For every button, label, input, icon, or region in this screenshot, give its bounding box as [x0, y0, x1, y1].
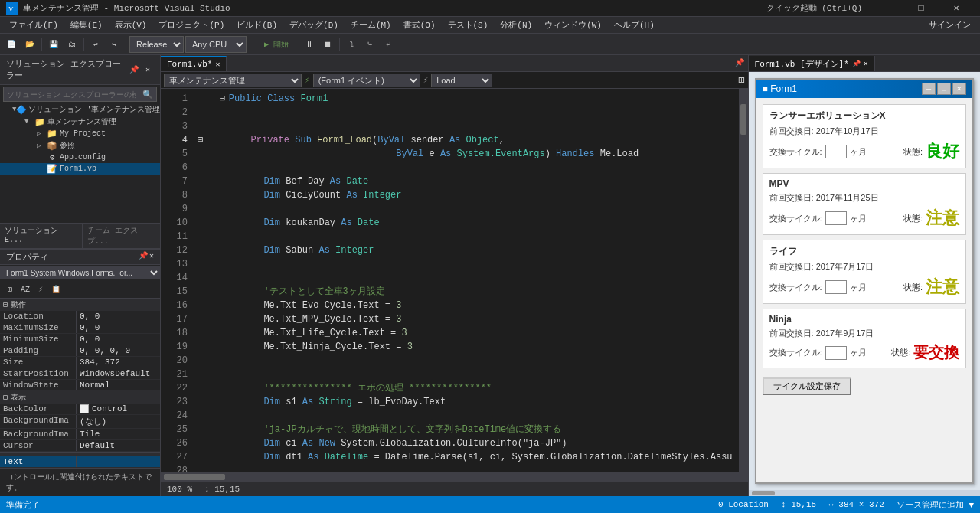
props-row-text-selected[interactable]: Text: [0, 456, 160, 468]
menu-analyze[interactable]: 分析(N): [494, 18, 538, 32]
close-button[interactable]: ✕: [939, 0, 974, 17]
pin-btn[interactable]: 📌: [128, 64, 140, 76]
props-row-minsize[interactable]: MinimumSize 0, 0: [0, 334, 160, 345]
nav-sep: ⚡: [305, 75, 310, 85]
scrollbar-thumb[interactable]: [740, 104, 746, 135]
sep2: [83, 38, 84, 51]
props-row-padding[interactable]: Padding 0, 0, 0, 0: [0, 345, 160, 357]
signin-button[interactable]: サインイン: [923, 18, 977, 32]
code-line-12: Dim Sabun As Integer: [198, 243, 733, 257]
location-status: 0 Location: [718, 500, 769, 509]
props-row-bgimage[interactable]: BackgroundIma (なし): [0, 415, 160, 429]
props-row-backcolor[interactable]: BackColor Control: [0, 404, 160, 415]
menu-test[interactable]: テスト(S): [442, 18, 495, 32]
cpu-dropdown[interactable]: Any CPU x86 x64: [185, 36, 247, 53]
open-btn[interactable]: 📂: [21, 36, 38, 53]
collapse-all-btn[interactable]: ⊞: [738, 74, 744, 87]
designer-tab-form1[interactable]: Form1.vb [デザイン]* 📌 ✕: [749, 56, 875, 71]
menu-team[interactable]: チーム(M): [345, 18, 397, 32]
h-scrollbar-thumb[interactable]: [164, 474, 225, 480]
menu-window[interactable]: ウィンドウ(W): [538, 18, 608, 32]
menu-help[interactable]: ヘルプ(H): [608, 18, 661, 32]
props-alphabetical-btn[interactable]: AZ: [18, 283, 32, 296]
sep3: [126, 38, 126, 51]
solution-search-input[interactable]: [4, 90, 139, 99]
editor-tab-form1vb[interactable]: Form1.vb* ✕: [161, 56, 227, 71]
props-row-maxsize[interactable]: MaximumSize 0, 0: [0, 322, 160, 334]
code-line-23: Dim s1 As String = lb_EvoDay.Text: [198, 395, 733, 409]
solution-node[interactable]: ▼ 🔷 ソリューション '車メンテナンス管理'(: [0, 103, 160, 116]
start-btn[interactable]: ▶ 開始: [253, 36, 299, 53]
references-node[interactable]: ▷ 📦 参照: [0, 139, 160, 152]
pin-props-btn[interactable]: 📌: [139, 251, 148, 263]
expand-icon: ⊟: [3, 300, 8, 309]
event-dropdown[interactable]: (Form1 イベント): [313, 74, 420, 87]
save-cycle-button[interactable]: サイクル設定保存: [763, 377, 851, 395]
designer-scrollbar-thumb[interactable]: [752, 491, 775, 495]
tab-close-icon[interactable]: ✕: [215, 60, 220, 69]
close-props-btn[interactable]: ✕: [149, 251, 154, 263]
new-project-btn[interactable]: 📄: [3, 36, 20, 53]
form1vb-node[interactable]: 📝 Form1.vb: [0, 163, 160, 175]
method-dropdown[interactable]: Load: [431, 74, 492, 87]
props-row-size[interactable]: Size 384, 372: [0, 357, 160, 368]
undo-btn[interactable]: ↩: [87, 36, 104, 53]
menu-project[interactable]: プロジェクト(P): [152, 18, 230, 32]
form1-minimize-btn[interactable]: ─: [922, 83, 936, 95]
props-pages-btn[interactable]: 📋: [49, 283, 63, 296]
menu-view[interactable]: 表示(V): [109, 18, 153, 32]
appconfig-node[interactable]: ⚙ App.config: [0, 152, 160, 163]
class-dropdown[interactable]: 車メンテナンス管理: [164, 74, 302, 87]
solution-explorer-tab[interactable]: ソリューション E...: [0, 224, 83, 248]
mpv-cycle-input[interactable]: [825, 211, 847, 225]
object-selector[interactable]: Form1 System.Windows.Forms.For...: [0, 266, 160, 279]
designer-h-scrollbar[interactable]: [749, 490, 980, 496]
form1-close-btn[interactable]: ✕: [952, 83, 966, 95]
mpv-status-label: 状態:: [903, 213, 923, 224]
props-row-startpos[interactable]: StartPosition WindowsDefault: [0, 368, 160, 380]
config-dropdown[interactable]: Release Debug: [129, 36, 184, 53]
props-events-btn[interactable]: ⚡: [34, 283, 47, 296]
props-row-cursor[interactable]: Cursor Default: [0, 440, 160, 452]
props-row-bgimagelay[interactable]: BackgroundIma Tile: [0, 429, 160, 440]
save-btn[interactable]: 💾: [45, 36, 62, 53]
search-box-title[interactable]: クイック起動 (Ctrl+Q): [766, 2, 862, 14]
pause-btn[interactable]: ⏸: [301, 36, 318, 53]
solution-search[interactable]: 🔍: [3, 87, 157, 102]
myproject-node[interactable]: ▷ 📁 My Project: [0, 128, 160, 139]
step-over-btn[interactable]: ⤷: [361, 36, 378, 53]
props-row-windowstate[interactable]: WindowState Normal: [0, 380, 160, 391]
menu-file[interactable]: ファイル(F): [3, 18, 64, 32]
vcs-status[interactable]: ソース管理に追加 ▼: [897, 499, 974, 511]
life-cycle-input[interactable]: [825, 280, 847, 294]
form1-title: ■ Form1: [763, 83, 797, 94]
panel-close-btn[interactable]: ✕: [142, 64, 154, 76]
redo-btn[interactable]: ↪: [106, 36, 122, 53]
step-into-btn[interactable]: ⤵: [343, 36, 360, 53]
horizontal-scrollbar[interactable]: [161, 472, 748, 481]
designer-tab-pin[interactable]: 📌: [852, 60, 861, 68]
team-explorer-tab[interactable]: チーム エクスプ...: [83, 224, 160, 248]
ninja-cycle-input[interactable]: [825, 346, 847, 360]
minimize-button[interactable]: ─: [868, 0, 903, 17]
car-lancer-date: 前回交換日: 2017年10月17日: [769, 126, 959, 137]
menu-edit[interactable]: 編集(E): [64, 18, 109, 32]
project-node[interactable]: ▼ 📁 車メンテナンス管理: [0, 116, 160, 128]
menu-format[interactable]: 書式(O): [397, 18, 442, 32]
sep4: [250, 38, 250, 51]
stop-btn[interactable]: ⏹: [319, 36, 336, 53]
vertical-scrollbar[interactable]: [739, 89, 748, 472]
step-out-btn[interactable]: ⤶: [380, 36, 397, 53]
save-all-btn[interactable]: 🗂: [64, 36, 80, 53]
editor-pin-btn[interactable]: 📌: [731, 54, 748, 71]
props-categorized-btn[interactable]: ⊞: [3, 283, 17, 296]
lancer-cycle-input[interactable]: [825, 145, 847, 158]
menu-debug[interactable]: デバッグ(D): [283, 18, 345, 32]
maximize-button[interactable]: □: [903, 0, 939, 17]
form1-maximize-btn[interactable]: □: [937, 83, 951, 95]
code-content[interactable]: ⊟ Public Class Form1 ⊟ Private Sub: [191, 89, 739, 472]
props-row-location[interactable]: Location 0, 0: [0, 311, 160, 322]
props-toolbar: ⊞ AZ ⚡ 📋: [0, 281, 160, 299]
designer-tab-close[interactable]: ✕: [864, 59, 868, 68]
menu-build[interactable]: ビルド(B): [230, 18, 283, 32]
